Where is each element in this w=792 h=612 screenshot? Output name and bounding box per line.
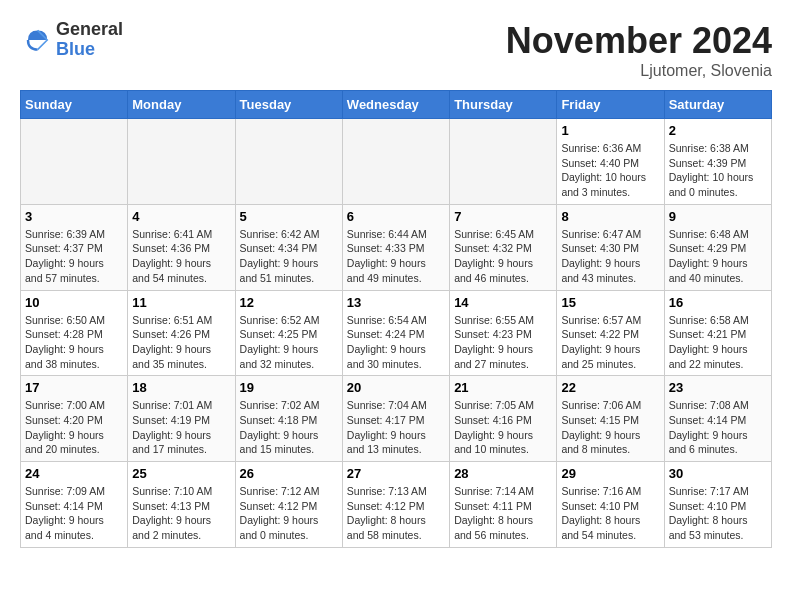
calendar-day: 30Sunrise: 7:17 AMSunset: 4:10 PMDayligh…: [664, 462, 771, 548]
calendar-day: 5Sunrise: 6:42 AMSunset: 4:34 PMDaylight…: [235, 204, 342, 290]
day-info: Sunrise: 7:02 AMSunset: 4:18 PMDaylight:…: [240, 398, 338, 457]
logo: General Blue: [20, 20, 123, 60]
calendar-week-row: 24Sunrise: 7:09 AMSunset: 4:14 PMDayligh…: [21, 462, 772, 548]
calendar-day: 3Sunrise: 6:39 AMSunset: 4:37 PMDaylight…: [21, 204, 128, 290]
calendar-day: 1Sunrise: 6:36 AMSunset: 4:40 PMDaylight…: [557, 119, 664, 205]
calendar-day: 2Sunrise: 6:38 AMSunset: 4:39 PMDaylight…: [664, 119, 771, 205]
day-number: 1: [561, 123, 659, 138]
calendar-day: 21Sunrise: 7:05 AMSunset: 4:16 PMDayligh…: [450, 376, 557, 462]
day-number: 22: [561, 380, 659, 395]
month-title: November 2024: [506, 20, 772, 62]
day-number: 12: [240, 295, 338, 310]
day-number: 19: [240, 380, 338, 395]
calendar-day: 27Sunrise: 7:13 AMSunset: 4:12 PMDayligh…: [342, 462, 449, 548]
day-number: 10: [25, 295, 123, 310]
calendar-day: 15Sunrise: 6:57 AMSunset: 4:22 PMDayligh…: [557, 290, 664, 376]
calendar-day: 24Sunrise: 7:09 AMSunset: 4:14 PMDayligh…: [21, 462, 128, 548]
calendar-day: 10Sunrise: 6:50 AMSunset: 4:28 PMDayligh…: [21, 290, 128, 376]
day-info: Sunrise: 6:51 AMSunset: 4:26 PMDaylight:…: [132, 313, 230, 372]
day-number: 4: [132, 209, 230, 224]
calendar-day: 18Sunrise: 7:01 AMSunset: 4:19 PMDayligh…: [128, 376, 235, 462]
weekday-header: Sunday: [21, 91, 128, 119]
calendar-week-row: 17Sunrise: 7:00 AMSunset: 4:20 PMDayligh…: [21, 376, 772, 462]
day-number: 28: [454, 466, 552, 481]
calendar-day: 29Sunrise: 7:16 AMSunset: 4:10 PMDayligh…: [557, 462, 664, 548]
day-number: 14: [454, 295, 552, 310]
day-info: Sunrise: 6:42 AMSunset: 4:34 PMDaylight:…: [240, 227, 338, 286]
day-info: Sunrise: 7:09 AMSunset: 4:14 PMDaylight:…: [25, 484, 123, 543]
day-info: Sunrise: 6:36 AMSunset: 4:40 PMDaylight:…: [561, 141, 659, 200]
day-info: Sunrise: 6:52 AMSunset: 4:25 PMDaylight:…: [240, 313, 338, 372]
weekday-header-row: SundayMondayTuesdayWednesdayThursdayFrid…: [21, 91, 772, 119]
page-header: General Blue November 2024 Ljutomer, Slo…: [20, 20, 772, 80]
day-number: 20: [347, 380, 445, 395]
calendar-day: 28Sunrise: 7:14 AMSunset: 4:11 PMDayligh…: [450, 462, 557, 548]
day-number: 29: [561, 466, 659, 481]
day-info: Sunrise: 6:41 AMSunset: 4:36 PMDaylight:…: [132, 227, 230, 286]
title-block: November 2024 Ljutomer, Slovenia: [506, 20, 772, 80]
location-subtitle: Ljutomer, Slovenia: [506, 62, 772, 80]
calendar-day: 13Sunrise: 6:54 AMSunset: 4:24 PMDayligh…: [342, 290, 449, 376]
day-number: 5: [240, 209, 338, 224]
calendar-day: [450, 119, 557, 205]
calendar-week-row: 10Sunrise: 6:50 AMSunset: 4:28 PMDayligh…: [21, 290, 772, 376]
day-number: 30: [669, 466, 767, 481]
day-info: Sunrise: 7:17 AMSunset: 4:10 PMDaylight:…: [669, 484, 767, 543]
day-number: 8: [561, 209, 659, 224]
day-info: Sunrise: 6:48 AMSunset: 4:29 PMDaylight:…: [669, 227, 767, 286]
calendar-week-row: 3Sunrise: 6:39 AMSunset: 4:37 PMDaylight…: [21, 204, 772, 290]
day-info: Sunrise: 7:13 AMSunset: 4:12 PMDaylight:…: [347, 484, 445, 543]
calendar-day: 26Sunrise: 7:12 AMSunset: 4:12 PMDayligh…: [235, 462, 342, 548]
calendar-day: 7Sunrise: 6:45 AMSunset: 4:32 PMDaylight…: [450, 204, 557, 290]
logo-blue: Blue: [56, 40, 123, 60]
calendar-day: 22Sunrise: 7:06 AMSunset: 4:15 PMDayligh…: [557, 376, 664, 462]
day-info: Sunrise: 6:55 AMSunset: 4:23 PMDaylight:…: [454, 313, 552, 372]
day-number: 17: [25, 380, 123, 395]
day-info: Sunrise: 6:57 AMSunset: 4:22 PMDaylight:…: [561, 313, 659, 372]
weekday-header: Saturday: [664, 91, 771, 119]
calendar-table: SundayMondayTuesdayWednesdayThursdayFrid…: [20, 90, 772, 548]
day-info: Sunrise: 7:01 AMSunset: 4:19 PMDaylight:…: [132, 398, 230, 457]
day-info: Sunrise: 7:00 AMSunset: 4:20 PMDaylight:…: [25, 398, 123, 457]
day-number: 23: [669, 380, 767, 395]
day-number: 21: [454, 380, 552, 395]
calendar-day: 11Sunrise: 6:51 AMSunset: 4:26 PMDayligh…: [128, 290, 235, 376]
calendar-day: 19Sunrise: 7:02 AMSunset: 4:18 PMDayligh…: [235, 376, 342, 462]
day-number: 7: [454, 209, 552, 224]
day-number: 2: [669, 123, 767, 138]
day-info: Sunrise: 6:45 AMSunset: 4:32 PMDaylight:…: [454, 227, 552, 286]
calendar-week-row: 1Sunrise: 6:36 AMSunset: 4:40 PMDaylight…: [21, 119, 772, 205]
day-info: Sunrise: 7:05 AMSunset: 4:16 PMDaylight:…: [454, 398, 552, 457]
day-number: 15: [561, 295, 659, 310]
day-number: 25: [132, 466, 230, 481]
calendar-day: 17Sunrise: 7:00 AMSunset: 4:20 PMDayligh…: [21, 376, 128, 462]
day-number: 3: [25, 209, 123, 224]
weekday-header: Tuesday: [235, 91, 342, 119]
calendar-day: 16Sunrise: 6:58 AMSunset: 4:21 PMDayligh…: [664, 290, 771, 376]
day-info: Sunrise: 7:04 AMSunset: 4:17 PMDaylight:…: [347, 398, 445, 457]
calendar-day: 8Sunrise: 6:47 AMSunset: 4:30 PMDaylight…: [557, 204, 664, 290]
day-info: Sunrise: 6:39 AMSunset: 4:37 PMDaylight:…: [25, 227, 123, 286]
day-number: 13: [347, 295, 445, 310]
day-info: Sunrise: 6:44 AMSunset: 4:33 PMDaylight:…: [347, 227, 445, 286]
calendar-day: [342, 119, 449, 205]
calendar-day: 20Sunrise: 7:04 AMSunset: 4:17 PMDayligh…: [342, 376, 449, 462]
weekday-header: Wednesday: [342, 91, 449, 119]
day-number: 24: [25, 466, 123, 481]
logo-general: General: [56, 20, 123, 40]
day-number: 26: [240, 466, 338, 481]
day-info: Sunrise: 6:58 AMSunset: 4:21 PMDaylight:…: [669, 313, 767, 372]
calendar-day: 9Sunrise: 6:48 AMSunset: 4:29 PMDaylight…: [664, 204, 771, 290]
calendar-day: [235, 119, 342, 205]
calendar-day: 4Sunrise: 6:41 AMSunset: 4:36 PMDaylight…: [128, 204, 235, 290]
day-info: Sunrise: 7:12 AMSunset: 4:12 PMDaylight:…: [240, 484, 338, 543]
calendar-day: 23Sunrise: 7:08 AMSunset: 4:14 PMDayligh…: [664, 376, 771, 462]
weekday-header: Monday: [128, 91, 235, 119]
day-number: 11: [132, 295, 230, 310]
calendar-day: [128, 119, 235, 205]
day-info: Sunrise: 7:16 AMSunset: 4:10 PMDaylight:…: [561, 484, 659, 543]
weekday-header: Friday: [557, 91, 664, 119]
day-info: Sunrise: 7:14 AMSunset: 4:11 PMDaylight:…: [454, 484, 552, 543]
day-number: 9: [669, 209, 767, 224]
calendar-day: [21, 119, 128, 205]
